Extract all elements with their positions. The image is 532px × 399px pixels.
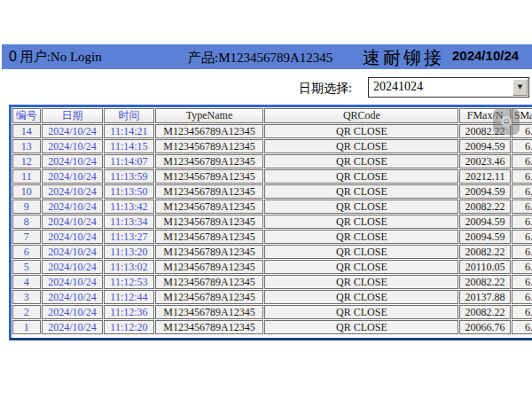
cell-typename[interactable]: M123456789A12345 xyxy=(155,260,264,274)
cell-qrcode[interactable]: QR CLOSE xyxy=(264,320,458,334)
cell-id[interactable]: 8 xyxy=(12,215,41,229)
cell-fmax[interactable]: 20137.88 xyxy=(459,290,510,304)
cell-smax[interactable]: 6.66 xyxy=(512,200,532,214)
cell-smax[interactable]: 6.80 xyxy=(512,139,532,153)
table-row[interactable]: 8 2024/10/24 11:13:34 M123456789A12345 Q… xyxy=(12,215,532,229)
cell-fmax[interactable]: 20082.22 xyxy=(459,275,510,289)
cell-id[interactable]: 5 xyxy=(12,260,41,274)
cell-smax[interactable]: 6.82 xyxy=(512,154,532,168)
cell-smax[interactable]: 6.92 xyxy=(512,230,532,244)
table-row[interactable]: 2 2024/10/24 11:12:36 M123456789A12345 Q… xyxy=(12,305,532,319)
cell-smax[interactable]: 6.98 xyxy=(512,184,532,199)
cell-qrcode[interactable]: QR CLOSE xyxy=(264,215,458,229)
cell-id[interactable]: 9 xyxy=(12,200,41,214)
cell-fmax[interactable]: 20110.05 xyxy=(459,260,510,274)
cell-id[interactable]: 3 xyxy=(12,290,41,304)
cell-qrcode[interactable]: QR CLOSE xyxy=(264,245,458,259)
cell-typename[interactable]: M123456789A12345 xyxy=(155,139,264,153)
table-row[interactable]: 1 2024/10/24 11:12:20 M123456789A12345 Q… xyxy=(12,320,532,334)
cell-qrcode[interactable]: QR CLOSE xyxy=(264,200,458,214)
cell-smax[interactable]: 6.74 xyxy=(512,260,532,274)
cell-date[interactable]: 2024/10/24 xyxy=(42,184,104,199)
table-row[interactable]: 6 2024/10/24 11:13:20 M123456789A12345 Q… xyxy=(12,245,532,259)
cell-smax[interactable]: 6.63 xyxy=(512,169,532,184)
table-row[interactable]: 7 2024/10/24 11:13:27 M123456789A12345 Q… xyxy=(12,230,532,244)
cell-id[interactable]: 6 xyxy=(12,245,41,259)
cell-fmax[interactable]: 20066.76 xyxy=(459,320,510,334)
cell-time[interactable]: 11:14:21 xyxy=(104,124,153,138)
date-select-combobox[interactable]: 20241024 ▼ xyxy=(368,77,529,98)
cell-typename[interactable]: M123456789A12345 xyxy=(155,215,264,229)
column-header-date[interactable]: 日期 xyxy=(42,108,104,123)
cell-typename[interactable]: M123456789A12345 xyxy=(155,230,264,244)
cell-typename[interactable]: M123456789A12345 xyxy=(155,275,264,289)
column-header-id[interactable]: 编号 xyxy=(12,108,41,123)
cell-date[interactable]: 2024/10/24 xyxy=(42,230,104,244)
table-row[interactable]: 14 2024/10/24 11:14:21 M123456789A12345 … xyxy=(12,124,532,138)
cell-fmax[interactable]: 20094.59 xyxy=(459,184,510,199)
cell-typename[interactable]: M123456789A12345 xyxy=(155,154,264,168)
cell-date[interactable]: 2024/10/24 xyxy=(42,275,104,289)
cell-qrcode[interactable]: QR CLOSE xyxy=(264,169,458,184)
cell-date[interactable]: 2024/10/24 xyxy=(42,200,104,214)
cell-typename[interactable]: M123456789A12345 xyxy=(155,200,264,214)
cell-time[interactable]: 11:13:02 xyxy=(104,260,153,274)
cell-smax[interactable]: 6.71 xyxy=(512,320,532,334)
cell-fmax[interactable]: 20082.22 xyxy=(459,305,510,319)
table-row[interactable]: 10 2024/10/24 11:13:50 M123456789A12345 … xyxy=(12,184,532,199)
cell-typename[interactable]: M123456789A12345 xyxy=(155,305,264,319)
cell-id[interactable]: 1 xyxy=(12,320,41,334)
cell-date[interactable]: 2024/10/24 xyxy=(42,124,104,138)
cell-time[interactable]: 11:13:20 xyxy=(104,245,153,259)
cell-fmax[interactable]: 20094.59 xyxy=(459,230,510,244)
table-row[interactable]: 9 2024/10/24 11:13:42 M123456789A12345 Q… xyxy=(12,200,532,214)
cell-time[interactable]: 11:13:50 xyxy=(104,184,153,199)
cell-id[interactable]: 10 xyxy=(12,184,41,199)
cell-id[interactable]: 2 xyxy=(12,305,41,319)
column-header-qrcode[interactable]: QRCode xyxy=(264,108,458,123)
table-row[interactable]: 3 2024/10/24 11:12:44 M123456789A12345 Q… xyxy=(12,290,532,304)
cell-time[interactable]: 11:12:44 xyxy=(104,290,153,304)
cell-id[interactable]: 12 xyxy=(12,154,41,168)
cell-fmax[interactable]: 20212.11 xyxy=(459,169,510,184)
cell-id[interactable]: 13 xyxy=(12,139,41,153)
table-row[interactable]: 5 2024/10/24 11:13:02 M123456789A12345 Q… xyxy=(12,260,532,274)
cell-date[interactable]: 2024/10/24 xyxy=(42,305,104,319)
cell-time[interactable]: 11:13:27 xyxy=(104,230,153,244)
cell-id[interactable]: 7 xyxy=(12,230,41,244)
cell-qrcode[interactable]: QR CLOSE xyxy=(264,290,458,304)
cell-id[interactable]: 4 xyxy=(12,275,41,289)
cell-date[interactable]: 2024/10/24 xyxy=(42,215,104,229)
cell-time[interactable]: 11:12:20 xyxy=(104,320,153,334)
cell-fmax[interactable]: 20082.22 xyxy=(459,245,510,259)
table-row[interactable]: 4 2024/10/24 11:12:53 M123456789A12345 Q… xyxy=(12,275,532,289)
cell-typename[interactable]: M123456789A12345 xyxy=(155,320,264,334)
cell-fmax[interactable]: 20023.46 xyxy=(459,154,510,168)
cell-time[interactable]: 11:12:36 xyxy=(104,305,153,319)
cell-date[interactable]: 2024/10/24 xyxy=(42,260,104,274)
cell-qrcode[interactable]: QR CLOSE xyxy=(264,230,458,244)
cell-typename[interactable]: M123456789A12345 xyxy=(155,169,264,184)
cell-qrcode[interactable]: QR CLOSE xyxy=(264,184,458,199)
cell-date[interactable]: 2024/10/24 xyxy=(42,169,104,184)
cell-qrcode[interactable]: QR CLOSE xyxy=(264,124,458,138)
cell-qrcode[interactable]: QR CLOSE xyxy=(264,154,458,168)
cell-time[interactable]: 11:12:53 xyxy=(104,275,153,289)
table-row[interactable]: 13 2024/10/24 11:14:15 M123456789A12345 … xyxy=(12,139,532,153)
cell-typename[interactable]: M123456789A12345 xyxy=(155,245,264,259)
cell-typename[interactable]: M123456789A12345 xyxy=(155,290,264,304)
cell-smax[interactable]: 6.91 xyxy=(512,245,532,259)
cell-smax[interactable]: 6.95 xyxy=(512,215,532,229)
combobox-dropdown-button[interactable]: ▼ xyxy=(512,79,528,96)
cell-time[interactable]: 11:14:07 xyxy=(104,154,153,168)
cell-fmax[interactable]: 20094.59 xyxy=(459,139,510,153)
cell-date[interactable]: 2024/10/24 xyxy=(42,154,104,168)
cell-id[interactable]: 14 xyxy=(12,124,41,138)
cell-date[interactable]: 2024/10/24 xyxy=(42,245,104,259)
cell-qrcode[interactable]: QR CLOSE xyxy=(264,275,458,289)
cell-date[interactable]: 2024/10/24 xyxy=(42,290,104,304)
cell-date[interactable]: 2024/10/24 xyxy=(42,320,104,334)
cell-smax[interactable]: 6.71 xyxy=(512,290,532,304)
cell-id[interactable]: 11 xyxy=(12,169,41,184)
cell-qrcode[interactable]: QR CLOSE xyxy=(264,305,458,319)
